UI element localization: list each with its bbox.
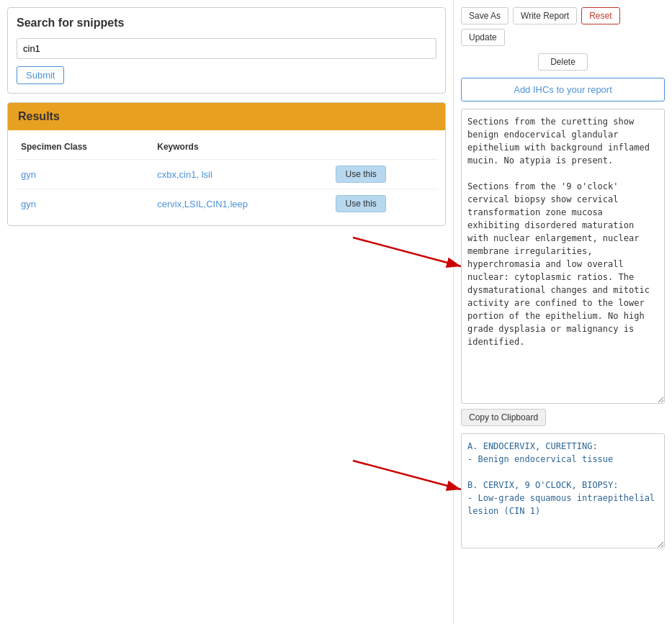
results-header: Results <box>8 103 445 130</box>
keywords-cell: cervix,LSIL,CIN1,leep <box>151 189 330 219</box>
results-table: Specimen Class Keywords gyncxbx,cin1, ls… <box>15 137 438 218</box>
specimen-class-cell: gyn <box>15 160 151 189</box>
table-row: gyncervix,LSIL,CIN1,leepUse this <box>15 189 438 219</box>
col-specimen-class: Specimen Class <box>15 137 151 160</box>
results-section: Results Specimen Class Keywords gyncxbx,… <box>7 102 446 226</box>
specimen-class-cell: gyn <box>15 189 151 219</box>
table-row: gyncxbx,cin1, lsilUse this <box>15 160 438 189</box>
svg-line-3 <box>353 461 461 489</box>
use-this-button[interactable]: Use this <box>336 195 385 212</box>
right-panel: Save As Write Report Reset Update Delete… <box>454 0 672 624</box>
write-report-button[interactable]: Write Report <box>513 7 577 24</box>
search-input[interactable] <box>17 38 436 59</box>
col-action <box>330 137 438 160</box>
svg-line-1 <box>353 238 461 266</box>
add-ihc-button[interactable]: Add IHCs to your report <box>461 78 665 101</box>
diagnosis-textarea[interactable] <box>461 433 665 548</box>
search-title: Search for snippets <box>17 17 436 30</box>
use-this-button[interactable]: Use this <box>336 166 385 183</box>
action-cell: Use this <box>330 189 438 219</box>
delete-button[interactable]: Delete <box>538 53 588 71</box>
col-keywords: Keywords <box>151 137 330 160</box>
update-button[interactable]: Update <box>461 29 505 46</box>
toolbar-row-1: Save As Write Report Reset Update <box>461 7 665 46</box>
keywords-cell: cxbx,cin1, lsil <box>151 160 330 189</box>
save-as-button[interactable]: Save As <box>461 7 509 24</box>
report-textarea[interactable] <box>461 109 665 404</box>
copy-to-clipboard-button[interactable]: Copy to Clipboard <box>461 409 546 426</box>
search-section: Search for snippets Submit <box>7 7 446 94</box>
reset-button[interactable]: Reset <box>581 7 619 24</box>
delete-row: Delete <box>461 53 665 71</box>
report-textarea-wrap: Copy to Clipboard <box>461 109 665 426</box>
submit-button[interactable]: Submit <box>17 66 64 84</box>
action-cell: Use this <box>330 160 438 189</box>
